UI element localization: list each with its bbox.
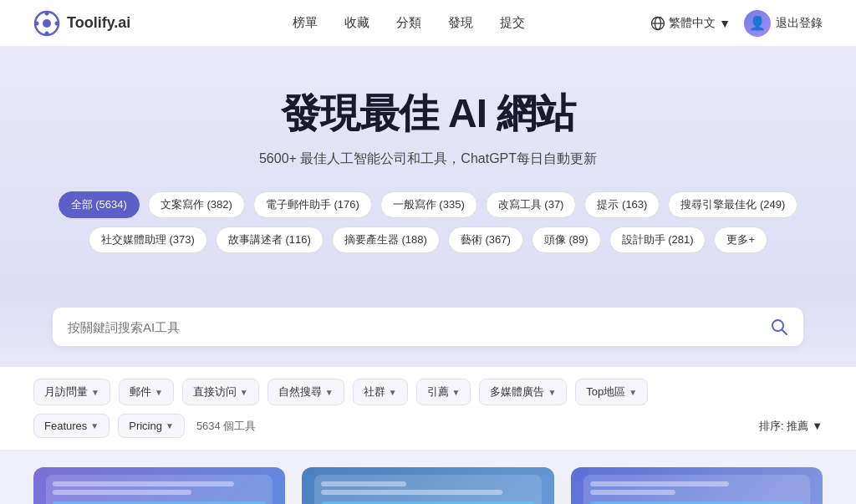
features-label: Features (44, 420, 87, 432)
filter-社群[interactable]: 社群▼ (353, 379, 408, 405)
sort-label: 排序: 推薦 (759, 419, 808, 434)
nav-item-discover[interactable]: 發現 (448, 15, 473, 31)
category-tag[interactable]: 摘要產生器 (188) (332, 227, 440, 253)
filter-郵件[interactable]: 郵件▼ (119, 379, 174, 405)
filter-label: 多媒體廣告 (490, 384, 544, 400)
category-tag[interactable]: 設計助手 (281) (609, 227, 706, 253)
nav-item-favorites[interactable]: 收藏 (344, 15, 369, 31)
search-icon (770, 318, 788, 336)
filter-label: 直接访问 (193, 384, 237, 400)
header-right: 繁體中文 ▼ 👤 退出登錄 (650, 10, 823, 37)
category-tag[interactable]: 搜尋引擎最佳化 (249) (668, 191, 797, 218)
category-tag[interactable]: 藝術 (367) (448, 227, 523, 253)
filters-area: 月訪問量▼郵件▼直接访问▼自然搜尋▼社群▼引薦▼多媒體廣告▼Top地區▼ Fea… (0, 367, 856, 451)
card-2-inner: AI Copilot for All Apps, not just Websit… (314, 475, 541, 504)
category-tag[interactable]: 一般寫作 (335) (380, 191, 477, 218)
filter-chevron-icon: ▼ (325, 388, 334, 397)
search-area (0, 293, 856, 367)
card-2-mockup: AI Copilot for All Apps, not just Websit… (314, 475, 541, 504)
logo-text: Toolify.ai (67, 14, 130, 32)
pricing-filter[interactable]: Pricing ▼ (118, 414, 185, 438)
svg-point-1 (43, 19, 51, 28)
card-1-inner: The Most Powerful, All-in-One AI Writing… (46, 475, 273, 504)
svg-point-3 (45, 31, 49, 35)
category-tag[interactable]: 社交媒體助理 (373) (89, 227, 207, 253)
filter-chevron-icon: ▼ (548, 388, 556, 397)
category-tag[interactable]: 更多+ (714, 227, 767, 253)
svg-point-2 (45, 11, 49, 15)
filter-label: 郵件 (130, 384, 151, 400)
filter-chevron-icon: ▼ (91, 388, 99, 397)
mockup-bar (321, 481, 406, 486)
filter-label: 月訪問量 (44, 384, 88, 400)
logout-label: 退出登錄 (776, 16, 823, 31)
cards-area: The Most Powerful, All-in-One AI Writing… (0, 451, 856, 504)
filter-Top地區[interactable]: Top地區▼ (575, 379, 648, 405)
logo[interactable]: Toolify.ai (33, 10, 167, 37)
hero-subtitle: 5600+ 最佳人工智能公司和工具，ChatGPT每日自動更新 (33, 150, 823, 168)
category-tag[interactable]: 頭像 (89) (532, 227, 601, 253)
pricing-chevron-icon: ▼ (166, 421, 174, 430)
svg-point-5 (55, 21, 59, 25)
language-chevron-icon: ▼ (719, 17, 731, 30)
mockup-bar (590, 481, 729, 486)
filter-chevron-icon: ▼ (240, 388, 248, 397)
category-tags: 全部 (5634)文案寫作 (382)電子郵件助手 (176)一般寫作 (335… (33, 191, 823, 253)
filter-自然搜尋[interactable]: 自然搜尋▼ (268, 379, 344, 405)
filter-label: 引薦 (427, 384, 449, 400)
filter-引薦[interactable]: 引薦▼ (416, 379, 471, 405)
filters-row-2: Features ▼ Pricing ▼ 5634 個工具 排序: 推薦 ▼ (33, 414, 823, 438)
card-2[interactable]: AI Copilot for All Apps, not just Websit… (302, 467, 553, 504)
card-3-mockup: The AI Solution (583, 475, 810, 504)
filter-label: 自然搜尋 (278, 384, 322, 400)
nav-item-submit[interactable]: 提交 (500, 15, 525, 31)
tool-count: 5634 個工具 (196, 419, 257, 434)
category-tag[interactable]: 全部 (5634) (59, 191, 140, 218)
filter-chevron-icon: ▼ (629, 388, 637, 397)
header: Toolify.ai 榜單 收藏 分類 發現 提交 繁體中文 ▼ 👤 退出登錄 (0, 0, 856, 47)
search-box (52, 307, 804, 347)
sort-chevron-icon: ▼ (812, 420, 823, 432)
logout-button[interactable]: 👤 退出登錄 (744, 10, 823, 37)
mockup-bar (53, 490, 191, 495)
card-1-mockup: The Most Powerful, All-in-One AI Writing… (46, 475, 273, 504)
category-tag[interactable]: 提示 (163) (584, 191, 660, 218)
nav-item-categories[interactable]: 分類 (396, 15, 421, 31)
filter-chevron-icon: ▼ (155, 388, 163, 397)
hero-title: 發現最佳 AI 網站 (33, 87, 823, 140)
mockup-bar (590, 490, 675, 495)
filter-月訪問量[interactable]: 月訪問量▼ (33, 379, 110, 405)
main-nav: 榜單 收藏 分類 發現 提交 (167, 15, 650, 31)
category-tag[interactable]: 改寫工具 (37) (486, 191, 577, 218)
search-button[interactable] (770, 318, 788, 336)
features-chevron-icon: ▼ (90, 421, 99, 430)
filter-chevron-icon: ▼ (452, 388, 461, 397)
sort-button[interactable]: 排序: 推薦 ▼ (759, 419, 823, 434)
svg-point-4 (35, 21, 39, 25)
filter-chevron-icon: ▼ (389, 388, 397, 397)
features-filter[interactable]: Features ▼ (33, 414, 110, 438)
card-1[interactable]: The Most Powerful, All-in-One AI Writing… (33, 467, 285, 504)
avatar: 👤 (744, 10, 771, 37)
filter-label: 社群 (364, 384, 385, 400)
filter-直接访问[interactable]: 直接访问▼ (182, 379, 259, 405)
filters-row-1: 月訪問量▼郵件▼直接访问▼自然搜尋▼社群▼引薦▼多媒體廣告▼Top地區▼ (33, 379, 823, 405)
category-tag[interactable]: 文案寫作 (382) (148, 191, 245, 218)
nav-item-ranking[interactable]: 榜單 (293, 15, 318, 31)
svg-line-10 (782, 330, 787, 335)
filter-多媒體廣告[interactable]: 多媒體廣告▼ (479, 379, 567, 405)
language-button[interactable]: 繁體中文 ▼ (650, 16, 731, 31)
globe-icon (650, 16, 665, 31)
language-label: 繁體中文 (669, 16, 716, 31)
category-tag[interactable]: 故事講述者 (116) (216, 227, 324, 253)
mockup-bar (53, 481, 234, 486)
category-tag[interactable]: 電子郵件助手 (176) (253, 191, 372, 218)
pricing-label: Pricing (129, 420, 162, 432)
card-3[interactable]: The AI Solution (571, 467, 823, 504)
mockup-bar (321, 490, 502, 495)
card-3-inner: The AI Solution (583, 475, 810, 504)
logo-icon (33, 10, 60, 37)
filter-label: Top地區 (586, 384, 625, 400)
hero-section: 發現最佳 AI 網站 5600+ 最佳人工智能公司和工具，ChatGPT每日自動… (0, 47, 856, 293)
search-input[interactable] (68, 320, 770, 334)
